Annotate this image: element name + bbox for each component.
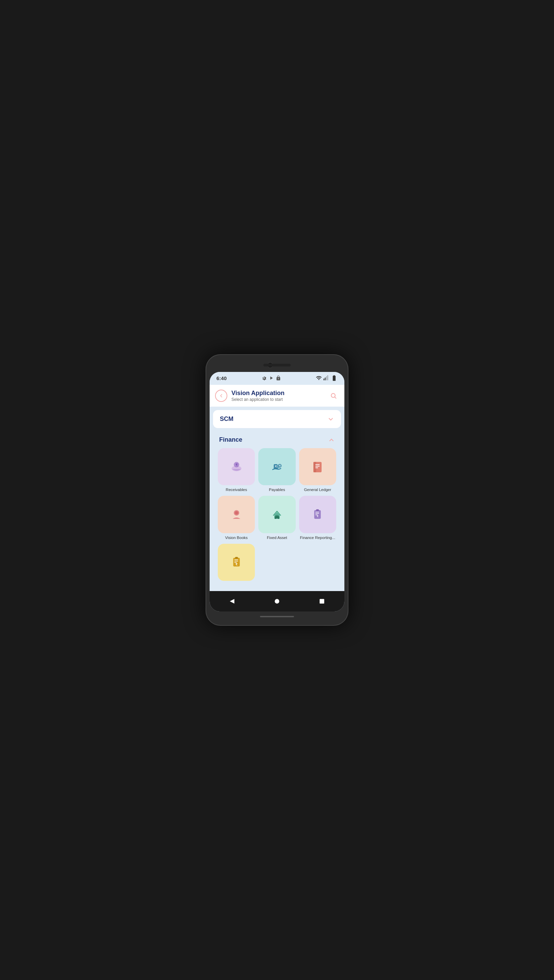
svg-rect-16 [315, 466, 320, 466]
payables-icon-box: ₹ ₹ [258, 448, 295, 485]
vision-books-label: Vision Books [225, 535, 248, 540]
finance-reporting-label: Finance Reporting... [300, 535, 336, 540]
nav-back-icon [229, 598, 236, 605]
receivables-label: Receivables [226, 487, 247, 492]
svg-rect-26 [315, 513, 319, 514]
home-indicator [260, 616, 294, 617]
status-right [316, 375, 337, 382]
app-item-extra[interactable]: ₹ [218, 544, 255, 583]
bottom-nav [210, 591, 344, 611]
app-item-general-ledger[interactable]: General Ledger [299, 448, 336, 492]
scm-chevron-icon [327, 416, 334, 423]
extra-icon: ₹ [228, 554, 245, 570]
scm-section: SCM [213, 410, 341, 428]
app-title: Vision Application [231, 390, 285, 397]
speaker [263, 364, 291, 366]
svg-text:₹: ₹ [236, 463, 238, 466]
svg-line-5 [335, 397, 336, 398]
svg-rect-1 [325, 378, 326, 380]
svg-rect-21 [275, 515, 279, 517]
app-item-fixed-asset[interactable]: Fixed Asset [258, 496, 295, 540]
lock-icon [275, 375, 281, 381]
app-item-vision-books[interactable]: Vision Books [218, 496, 255, 540]
app-item-payables[interactable]: ₹ ₹ Payables [258, 448, 295, 492]
general-ledger-icon-box [299, 448, 336, 485]
vision-books-icon-box [218, 496, 255, 533]
sections-container: SCM Finance [210, 407, 344, 591]
status-time: 6:40 [217, 375, 227, 381]
svg-rect-32 [234, 561, 238, 562]
fixed-asset-icon-box [258, 496, 295, 533]
svg-rect-0 [324, 379, 324, 380]
nav-home-button[interactable] [272, 596, 282, 607]
receivables-icon-box: ₹ [218, 448, 255, 485]
scm-title: SCM [220, 415, 234, 423]
nav-back-button[interactable] [227, 596, 237, 607]
svg-point-37 [275, 599, 279, 603]
phone-top [210, 358, 344, 372]
payables-icon: ₹ ₹ [269, 459, 285, 475]
svg-rect-17 [315, 467, 318, 468]
nav-recents-icon [319, 598, 325, 605]
svg-rect-38 [320, 599, 324, 604]
nav-home-icon [274, 598, 280, 605]
wifi-icon [316, 375, 322, 381]
search-icon [330, 392, 337, 399]
nav-recents-button[interactable] [317, 596, 327, 607]
app-subtitle: Select an application to start [231, 397, 285, 402]
svg-rect-35 [235, 557, 238, 559]
vision-books-icon [228, 506, 245, 523]
phone-screen: 6:40 [210, 372, 344, 611]
phone-shell: 6:40 [205, 354, 349, 626]
gear-icon [261, 375, 267, 381]
svg-marker-36 [230, 599, 234, 603]
svg-rect-31 [234, 559, 238, 560]
svg-rect-15 [315, 464, 320, 465]
svg-rect-25 [315, 512, 319, 512]
app-header: Vision Application Select an application… [210, 385, 344, 407]
app-item-finance-reporting[interactable]: ₹ Finance Reporting... [299, 496, 336, 540]
app-grid: ₹ Receivables ₹ [218, 448, 336, 583]
status-icons [261, 375, 281, 381]
search-button[interactable] [328, 390, 339, 401]
svg-rect-29 [316, 509, 319, 511]
general-ledger-label: General Ledger [304, 487, 331, 492]
battery-icon [331, 375, 337, 382]
svg-rect-2 [326, 376, 327, 380]
svg-point-22 [275, 518, 276, 519]
status-bar: 6:40 [210, 372, 344, 383]
general-ledger-icon [309, 459, 326, 475]
svg-point-23 [278, 518, 279, 519]
phone-bottom [210, 611, 344, 622]
finance-reporting-icon: ₹ [309, 506, 326, 523]
app-item-receivables[interactable]: ₹ Receivables [218, 448, 255, 492]
back-button[interactable] [215, 390, 227, 402]
header-text: Vision Application Select an application… [231, 390, 285, 402]
finance-title: Finance [219, 436, 242, 443]
svg-rect-3 [327, 375, 328, 380]
fixed-asset-label: Fixed Asset [267, 535, 287, 540]
scm-section-header[interactable]: SCM [213, 410, 341, 428]
svg-point-19 [235, 511, 238, 514]
receivables-icon: ₹ [228, 459, 245, 475]
finance-section: Finance ₹ [213, 431, 341, 588]
svg-rect-14 [314, 462, 316, 472]
finance-section-header[interactable]: Finance [218, 436, 336, 443]
back-arrow-icon [218, 393, 224, 398]
signal-icon [323, 375, 330, 381]
payables-label: Payables [269, 487, 285, 492]
svg-text:₹: ₹ [236, 563, 237, 566]
play-icon [269, 375, 274, 381]
finance-reporting-icon-box: ₹ [299, 496, 336, 533]
fixed-asset-icon [269, 506, 285, 523]
extra-icon-box: ₹ [218, 544, 255, 581]
finance-chevron-icon [328, 437, 335, 443]
header-left: Vision Application Select an application… [215, 390, 285, 402]
